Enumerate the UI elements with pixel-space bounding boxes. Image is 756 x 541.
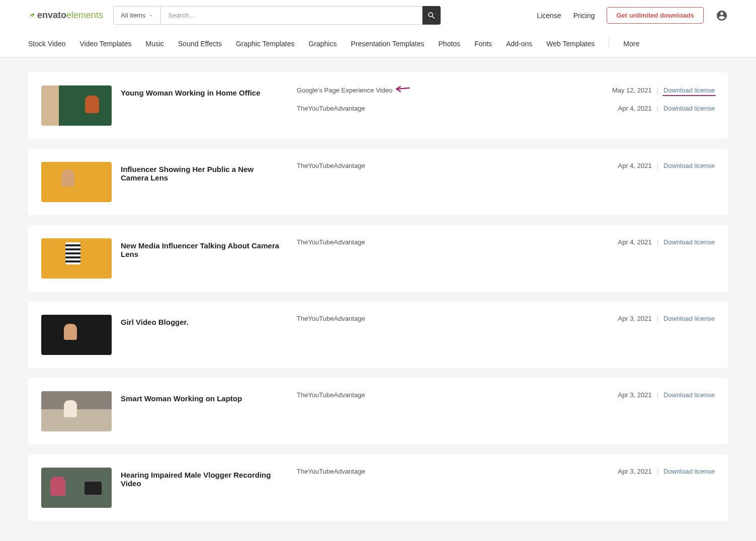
license-right: Apr 4, 2021|Download license (618, 105, 715, 112)
nav-stock-video[interactable]: Stock Video (28, 31, 65, 57)
license-row: Google's Page Experience VideoMay 12, 20… (297, 85, 715, 95)
license-right: Apr 4, 2021|Download license (618, 162, 715, 169)
item-card: Young Woman Working in Home OfficeGoogle… (28, 72, 728, 139)
item-thumbnail[interactable] (41, 162, 112, 202)
separator: | (657, 315, 658, 322)
download-license-link[interactable]: Download license (663, 86, 715, 94)
nav-graphics[interactable]: Graphics (308, 31, 337, 57)
license-right: May 12, 2021|Download license (612, 86, 715, 94)
license-project: TheYouTubeAdvantage (297, 315, 365, 322)
nav-music[interactable]: Music (145, 31, 164, 57)
nav-more[interactable]: More (623, 31, 639, 57)
separator: | (657, 86, 658, 94)
item-info: Hearing Impaired Male Vlogger Recording … (121, 468, 715, 508)
item-info: Smart Woman Working on LaptopTheYouTubeA… (121, 391, 715, 431)
download-license-link[interactable]: Download license (663, 105, 715, 112)
header-links: License Pricing Get unlimited downloads (537, 7, 728, 24)
item-info: Young Woman Working in Home OfficeGoogle… (121, 85, 715, 126)
item-row: New Media Influencer Talking About Camer… (121, 238, 715, 258)
item-title[interactable]: Influencer Showing Her Public a New Came… (121, 165, 282, 182)
category-select-label: All items (121, 12, 145, 19)
separator: | (657, 105, 658, 112)
nav-bar: Stock Video Video Templates Music Sound … (0, 31, 756, 57)
item-thumbnail[interactable] (41, 85, 112, 126)
separator: | (657, 391, 658, 399)
item-thumbnail[interactable] (41, 391, 112, 431)
search-container: All items (113, 6, 441, 25)
download-link-wrap: Download license (663, 162, 715, 169)
license-date: Apr 4, 2021 (618, 105, 651, 112)
header: envato elements All items License Pricin… (0, 0, 756, 57)
logo-text-elements: elements (66, 10, 103, 21)
license-row: TheYouTubeAdvantageApr 3, 2021|Download … (297, 315, 715, 322)
license-project: TheYouTubeAdvantage (297, 162, 365, 169)
item-row: Smart Woman Working on LaptopTheYouTubeA… (121, 391, 715, 403)
nav-add-ons[interactable]: Add-ons (506, 31, 532, 57)
nav-presentation-templates[interactable]: Presentation Templates (351, 31, 424, 57)
search-button[interactable] (423, 6, 441, 25)
item-title[interactable]: Hearing Impaired Male Vlogger Recording … (121, 471, 282, 488)
separator: | (657, 468, 658, 475)
item-info: New Media Influencer Talking About Camer… (121, 238, 715, 279)
license-right: Apr 3, 2021|Download license (618, 468, 715, 475)
download-link-wrap: Download license (663, 86, 715, 94)
logo[interactable]: envato elements (28, 10, 103, 21)
annotation-arrow-icon (395, 85, 411, 95)
header-top: envato elements All items License Pricin… (0, 0, 756, 31)
item-thumbnail[interactable] (41, 468, 112, 508)
logo-text-envato: envato (37, 10, 66, 21)
category-select[interactable]: All items (113, 6, 161, 25)
license-right: Apr 3, 2021|Download license (618, 315, 715, 322)
leaf-icon (28, 11, 35, 20)
separator: | (657, 162, 658, 169)
item-title[interactable]: Smart Woman Working on Laptop (121, 394, 282, 403)
nav-web-templates[interactable]: Web Templates (546, 31, 595, 57)
chevron-down-icon (148, 13, 153, 18)
nav-sound-effects[interactable]: Sound Effects (178, 31, 222, 57)
item-card: Influencer Showing Her Public a New Came… (28, 149, 728, 215)
download-license-link[interactable]: Download license (663, 315, 715, 322)
license-row: TheYouTubeAdvantageApr 4, 2021|Download … (297, 238, 715, 246)
item-card: New Media Influencer Talking About Camer… (28, 225, 728, 292)
item-info: Influencer Showing Her Public a New Came… (121, 162, 715, 202)
license-row: TheYouTubeAdvantageApr 3, 2021|Download … (297, 468, 715, 475)
nav-graphic-templates[interactable]: Graphic Templates (236, 31, 294, 57)
download-link-wrap: Download license (663, 468, 715, 475)
license-rows: TheYouTubeAdvantageApr 3, 2021|Download … (297, 468, 715, 488)
license-project: TheYouTubeAdvantage (297, 468, 365, 475)
item-info: Girl Video Blogger.TheYouTubeAdvantageAp… (121, 315, 715, 355)
license-date: Apr 3, 2021 (618, 391, 651, 399)
download-license-link[interactable]: Download license (663, 468, 715, 475)
pricing-link[interactable]: Pricing (573, 12, 595, 20)
download-link-wrap: Download license (663, 315, 715, 322)
license-date: Apr 3, 2021 (618, 468, 651, 475)
search-icon (427, 11, 436, 20)
nav-video-templates[interactable]: Video Templates (79, 31, 131, 57)
item-title[interactable]: Girl Video Blogger. (121, 318, 282, 326)
nav-fonts[interactable]: Fonts (474, 31, 492, 57)
download-link-wrap: Download license (663, 105, 715, 112)
license-rows: TheYouTubeAdvantageApr 3, 2021|Download … (297, 315, 715, 326)
nav-divider (609, 39, 609, 49)
license-project: TheYouTubeAdvantage (297, 105, 365, 112)
download-license-link[interactable]: Download license (663, 391, 715, 399)
license-link[interactable]: License (537, 12, 561, 20)
item-card: Smart Woman Working on LaptopTheYouTubeA… (28, 378, 728, 444)
item-thumbnail[interactable] (41, 315, 112, 355)
license-right: Apr 4, 2021|Download license (618, 238, 715, 246)
license-date: Apr 3, 2021 (618, 315, 651, 322)
download-license-link[interactable]: Download license (663, 162, 715, 169)
account-icon[interactable] (716, 10, 728, 22)
content: Young Woman Working in Home OfficeGoogle… (0, 57, 756, 541)
item-title[interactable]: New Media Influencer Talking About Camer… (121, 241, 282, 258)
cta-button[interactable]: Get unlimited downloads (607, 7, 704, 24)
license-rows: TheYouTubeAdvantageApr 4, 2021|Download … (297, 162, 715, 182)
license-row: TheYouTubeAdvantageApr 3, 2021|Download … (297, 391, 715, 399)
search-input[interactable] (161, 6, 423, 25)
item-title[interactable]: Young Woman Working in Home Office (121, 88, 282, 97)
nav-photos[interactable]: Photos (439, 31, 461, 57)
license-right: Apr 3, 2021|Download license (618, 391, 715, 399)
item-thumbnail[interactable] (41, 238, 112, 279)
license-date: Apr 4, 2021 (618, 162, 651, 169)
download-license-link[interactable]: Download license (663, 238, 715, 246)
